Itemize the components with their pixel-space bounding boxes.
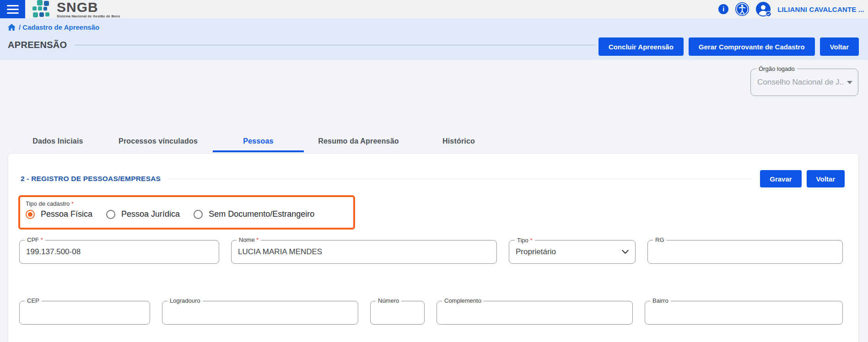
complemento-input[interactable] (437, 301, 633, 325)
accessibility-icon[interactable] (735, 2, 749, 16)
numero-input[interactable] (370, 301, 425, 325)
dropdown-arrow-icon (847, 81, 852, 84)
voltar-section-button[interactable]: Voltar (807, 170, 845, 187)
section-actions: Gravar Voltar (760, 170, 845, 187)
top-bar: SNGB Sistema Nacional de Gestão de Bens … (0, 0, 868, 18)
bairro-input[interactable] (645, 301, 843, 325)
tab-historico[interactable]: Histórico (409, 130, 509, 152)
orgao-logado-label: Órgão logado (756, 65, 797, 72)
fields-row-address: CEP Logradouro Número Complemento Bairro (19, 301, 843, 325)
tab-pessoas[interactable]: Pessoas (208, 130, 308, 152)
home-icon[interactable] (8, 24, 16, 31)
logradouro-input[interactable] (162, 301, 358, 325)
tab-processos-vinculados[interactable]: Processos vínculados (108, 130, 208, 152)
section-divider (169, 179, 752, 179)
radio-unselected-icon[interactable] (106, 210, 115, 219)
orgao-logado-select[interactable]: Órgão logado Conselho Nacional de J... (750, 69, 858, 96)
numero-field: Número (370, 301, 425, 325)
page-actions: Concluir Apreensão Gerar Comprovante de … (598, 37, 859, 56)
cpf-field: CPF * (19, 240, 219, 264)
tipo-select[interactable]: Tipo * Proprietário (509, 240, 636, 264)
cpf-input[interactable] (19, 240, 219, 264)
pessoas-card: 2 - REGISTRO DE PESSOAS/EMPRESAS Gravar … (8, 153, 859, 342)
page-title: APREENSÃO (8, 40, 67, 50)
rg-input[interactable] (647, 240, 843, 264)
title-divider (75, 45, 596, 45)
logradouro-field: Logradouro (162, 301, 358, 325)
bairro-field: Bairro (645, 301, 843, 325)
logo-mosaic-icon (32, 0, 54, 18)
logo-title: SNGB (57, 0, 120, 14)
complemento-field: Complemento (437, 301, 633, 325)
logo-subtitle: Sistema Nacional de Gestão de Bens (57, 15, 120, 18)
chevron-down-icon (622, 250, 629, 254)
menu-icon[interactable] (0, 0, 25, 18)
orgao-logado-value: Conselho Nacional de J... (757, 78, 844, 87)
tab-resumo-da-apreensao[interactable]: Resumo da Apreensão (308, 130, 409, 152)
user-name[interactable]: LILIANNI CAVALCANTE ... (777, 5, 864, 13)
radio-pessoa-juridica[interactable]: Pessoa Jurídica (106, 209, 180, 219)
user-check-badge-icon (766, 11, 771, 17)
radio-selected-icon[interactable] (26, 210, 35, 219)
tab-dados-iniciais[interactable]: Dados Iniciais (8, 130, 108, 152)
concluir-apreensao-button[interactable]: Concluir Apreensão (598, 37, 684, 56)
fields-row-identification: CPF * Nome * Tipo * Proprietário RG (19, 240, 843, 264)
gerar-comprovante-button[interactable]: Gerar Comprovante de Cadastro (689, 37, 815, 56)
top-bar-right: i (718, 2, 868, 16)
nome-field: Nome * (231, 240, 497, 264)
app-root: SNGB Sistema Nacional de Gestão de Bens … (0, 0, 868, 342)
breadcrumb-path[interactable]: / Cadastro de Apreensão (19, 23, 99, 31)
section-title: 2 - REGISTRO DE PESSOAS/EMPRESAS (21, 175, 161, 183)
cep-field: CEP (19, 301, 150, 325)
nome-input[interactable] (231, 240, 497, 264)
info-icon[interactable]: i (718, 4, 728, 14)
section-header: 2 - REGISTRO DE PESSOAS/EMPRESAS Gravar … (21, 170, 845, 187)
tipo-cadastro-radio-group: Pessoa Física Pessoa Jurídica Sem Docume… (26, 209, 353, 219)
radio-sem-documento-estrangeiro[interactable]: Sem Documento/Estrangeiro (194, 209, 314, 219)
page-title-row: APREENSÃO (8, 40, 596, 50)
gravar-button[interactable]: Gravar (760, 170, 801, 187)
tipo-cadastro-label: Tipo de cadastro * (26, 200, 353, 207)
voltar-page-button[interactable]: Voltar (820, 37, 859, 56)
tipo-cadastro-group-highlight: Tipo de cadastro * Pessoa Física Pessoa … (18, 195, 355, 230)
radio-pessoa-fisica[interactable]: Pessoa Física (26, 209, 92, 219)
tipo-select-value: Proprietário (516, 247, 622, 256)
rg-field: RG (647, 240, 843, 264)
cep-input[interactable] (19, 301, 150, 325)
user-avatar-icon[interactable] (756, 2, 771, 16)
breadcrumb[interactable]: / Cadastro de Apreensão (8, 23, 99, 31)
tab-bar: Dados Iniciais Processos vínculados Pess… (8, 130, 509, 152)
page-header-band: / Cadastro de Apreensão APREENSÃO Conclu… (0, 18, 868, 60)
required-asterisk: * (71, 200, 74, 207)
app-logo: SNGB Sistema Nacional de Gestão de Bens (32, 0, 120, 18)
radio-unselected-icon[interactable] (194, 210, 203, 219)
